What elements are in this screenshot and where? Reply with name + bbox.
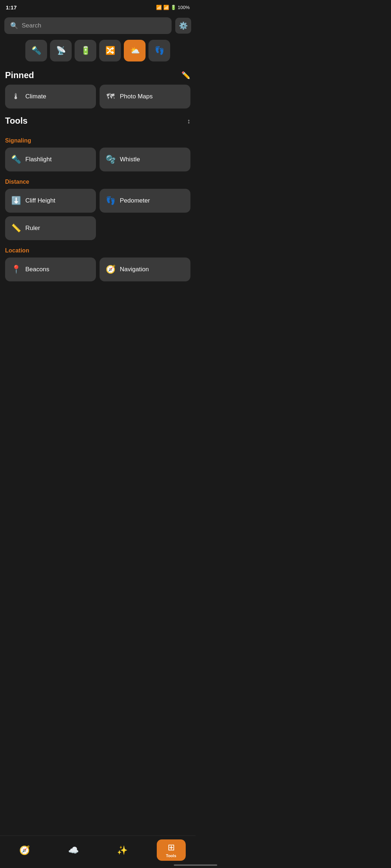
location-grid: 📍 Beacons 🧭 Navigation xyxy=(5,258,190,281)
beacons-card[interactable]: 📍 Beacons xyxy=(5,258,96,281)
beacons-label: Beacons xyxy=(25,266,49,273)
whistle-label: Whistle xyxy=(120,156,140,163)
cliff-height-card[interactable]: ⬇️ Cliff Height xyxy=(5,189,96,213)
pinned-title: Pinned xyxy=(5,70,34,80)
photo-maps-label: Photo Maps xyxy=(120,93,153,100)
pedometer-icon: 👣 xyxy=(105,196,115,205)
cliff-height-icon: ⬇️ xyxy=(11,196,21,205)
flashlight-label: Flashlight xyxy=(25,156,52,163)
ruler-label: Ruler xyxy=(25,225,40,232)
navigation-label: Navigation xyxy=(120,266,149,273)
battery-icon: 🔋 xyxy=(171,5,176,10)
tools-title: Tools xyxy=(5,116,28,126)
battery-percent: 100% xyxy=(178,5,190,10)
filter-battery[interactable]: 🔋 xyxy=(75,40,96,61)
distance-label: Distance xyxy=(5,179,190,185)
pinned-grid: 🌡 Climate 🗺 Photo Maps xyxy=(5,85,190,109)
edit-icon: ✏️ xyxy=(181,71,190,79)
flashlight-card[interactable]: 🔦 Flashlight xyxy=(5,148,96,171)
settings-icon: ⚙️ xyxy=(179,21,188,30)
signaling-grid: 🔦 Flashlight 🫧 Whistle xyxy=(5,148,190,171)
search-container: 🔍 Search ⚙️ xyxy=(0,14,196,37)
filter-network[interactable]: 🔀 xyxy=(99,40,121,61)
search-bar[interactable]: 🔍 Search xyxy=(4,17,172,34)
pedometer-card[interactable]: 👣 Pedometer xyxy=(100,189,190,213)
location-section: 📍 Beacons 🧭 Navigation xyxy=(0,258,196,286)
ruler-icon: 📏 xyxy=(11,224,21,233)
pinned-climate[interactable]: 🌡 Climate xyxy=(5,85,96,109)
status-time: 1:17 xyxy=(6,4,17,10)
search-icon: 🔍 xyxy=(10,22,18,30)
ruler-card[interactable]: 📏 Ruler xyxy=(5,216,96,240)
climate-icon: 🌡 xyxy=(11,92,21,101)
filter-signal[interactable]: 📡 xyxy=(50,40,72,61)
pinned-header: Pinned ✏️ xyxy=(5,70,190,80)
signaling-section: 🔦 Flashlight 🫧 Whistle xyxy=(0,148,196,176)
filter-flashlight[interactable]: 🔦 xyxy=(25,40,47,61)
distance-section: ⬇️ Cliff Height 👣 Pedometer 📏 Ruler xyxy=(0,189,196,244)
whistle-card[interactable]: 🫧 Whistle xyxy=(100,148,190,171)
filter-weather[interactable]: ⛅ xyxy=(124,40,146,61)
climate-label: Climate xyxy=(25,93,46,100)
beacons-icon: 📍 xyxy=(11,265,21,274)
cliff-height-label: Cliff Height xyxy=(25,197,55,204)
search-placeholder: Search xyxy=(22,22,41,29)
signaling-label: Signaling xyxy=(5,137,190,144)
pinned-section: Pinned ✏️ 🌡 Climate 🗺 Photo Maps xyxy=(0,67,196,113)
tools-header: Tools ↕️ xyxy=(5,116,190,126)
status-bar: 1:17 📶 📶 🔋 100% xyxy=(0,0,196,14)
filter-footprint[interactable]: 👣 xyxy=(148,40,170,61)
tools-sort-button[interactable]: ↕️ xyxy=(187,117,190,125)
photo-maps-icon: 🗺 xyxy=(105,92,115,101)
location-label: Location xyxy=(5,247,190,254)
wifi-icon: 📶 xyxy=(156,5,162,10)
navigation-card[interactable]: 🧭 Navigation xyxy=(100,258,190,281)
sort-icon: ↕️ xyxy=(187,118,190,125)
pedometer-label: Pedometer xyxy=(120,197,150,204)
filter-row: 🔦📡🔋🔀⛅👣 xyxy=(0,37,196,67)
distance-grid: ⬇️ Cliff Height 👣 Pedometer 📏 Ruler xyxy=(5,189,190,240)
pinned-edit-button[interactable]: ✏️ xyxy=(181,71,190,80)
flashlight-icon: 🔦 xyxy=(11,155,21,164)
status-icons: 📶 📶 🔋 100% xyxy=(156,5,190,10)
navigation-icon: 🧭 xyxy=(105,265,115,274)
tools-section: Tools ↕️ xyxy=(0,113,196,135)
pinned-photo-maps[interactable]: 🗺 Photo Maps xyxy=(100,85,190,109)
signal-icon: 📶 xyxy=(163,5,169,10)
whistle-icon: 🫧 xyxy=(105,155,115,164)
settings-button[interactable]: ⚙️ xyxy=(175,18,191,34)
